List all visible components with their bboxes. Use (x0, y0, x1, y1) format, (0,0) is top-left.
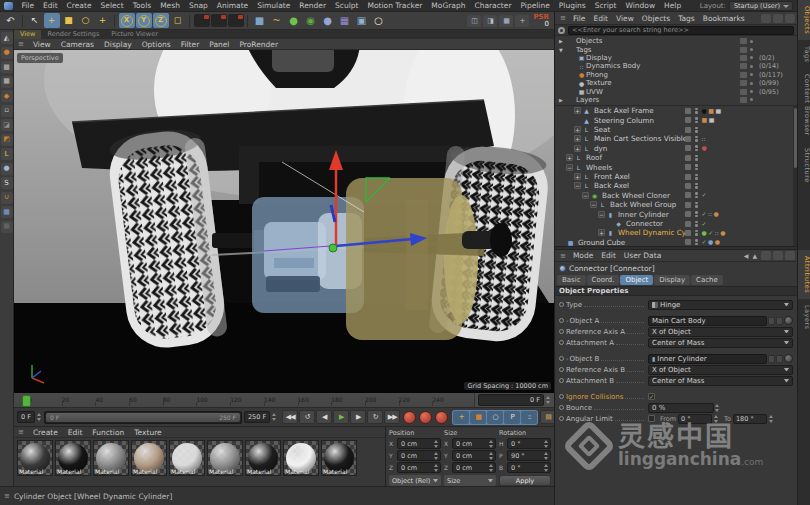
previous-frame-button[interactable]: ◀ (316, 410, 332, 424)
object-mode-icon[interactable]: ■ (1, 61, 13, 73)
tweak-mode-icon[interactable]: ● (1, 163, 13, 175)
menu-item[interactable]: Simulate (253, 0, 295, 12)
magnet-icon[interactable]: ∪ (1, 192, 13, 204)
end-frame-field[interactable]: 250 F (244, 411, 270, 423)
timeline-ruler[interactable]: 020406080100120140160180200220240 0 F (14, 393, 554, 408)
attribute-tab[interactable]: Coord. (587, 275, 620, 285)
layer-toggle-icon[interactable] (685, 221, 691, 227)
visibility-dots-icon[interactable] (695, 108, 698, 114)
object-tree-row[interactable]: − ◉ Back Wheel Cloner ✓ (555, 191, 797, 200)
value-stepper[interactable] (715, 403, 720, 413)
material-swatch[interactable]: Material (169, 440, 205, 476)
loop-button[interactable]: ↻ (367, 410, 383, 424)
object-name[interactable]: Wheel Dynamic Cylinder (616, 228, 685, 237)
object-tree-row[interactable]: + L Main Cart Sections Visible :: (555, 134, 797, 143)
object-name[interactable]: Inner Cylinder (616, 210, 671, 219)
visibility-toggle-icon[interactable] (740, 55, 747, 61)
search-input[interactable] (568, 26, 794, 35)
object-tag-icon[interactable]: ✓ (702, 239, 707, 245)
search-filter-icon[interactable] (761, 251, 771, 260)
spline-pen-icon[interactable]: ~ (269, 13, 285, 28)
object-name[interactable]: Connector (624, 219, 665, 228)
layer-toggle-icon[interactable] (685, 136, 691, 142)
material-swatch[interactable]: Material (245, 440, 281, 476)
material-menu-item[interactable]: Texture (129, 428, 166, 437)
light-icon[interactable]: ○ (371, 13, 387, 28)
visibility-toggle-icon[interactable] (740, 38, 747, 44)
attribute-dropdown[interactable]: X of Object (648, 327, 793, 337)
keyframe-ring-icon[interactable] (559, 340, 564, 345)
filter-row[interactable]: ▶ Objects (555, 37, 797, 45)
filter-row[interactable]: ● Texture (0/99) (555, 79, 797, 87)
volume-icon[interactable]: ● (320, 13, 336, 28)
key-dot-icon[interactable] (750, 48, 753, 51)
history-back-icon[interactable]: ◀ (744, 252, 749, 259)
viewport-menu-item[interactable]: Display (99, 40, 137, 49)
visibility-dots-icon[interactable] (695, 221, 698, 227)
make-editable-icon[interactable]: ◭ (1, 32, 13, 44)
layer-toggle-icon[interactable] (685, 155, 691, 161)
object-name[interactable]: Back Axel (592, 181, 631, 190)
object-tree-row[interactable]: ■ Ground Cube ✓●● (555, 238, 797, 246)
viewport-menu-item[interactable]: ProRender (234, 40, 283, 49)
model-mode-icon[interactable]: ● (1, 47, 13, 59)
viewport-solo-icon[interactable]: ◫ (467, 15, 481, 27)
deformers-icon[interactable]: ◉ (303, 13, 319, 28)
key-dot-icon[interactable] (750, 73, 753, 76)
keyframe-ring-icon[interactable] (559, 367, 564, 372)
object-tag-icon[interactable]: ● (708, 239, 713, 245)
render-picture-viewer-icon[interactable] (211, 14, 227, 27)
menu-item[interactable]: Motion Tracker (363, 0, 427, 12)
record-options-button[interactable] (435, 411, 448, 424)
visibility-toggle-icon[interactable] (740, 80, 747, 86)
menu-item[interactable]: Plugins (554, 0, 590, 12)
object-tag-icon[interactable]: :: (715, 230, 719, 236)
object-tree-row[interactable]: + L Roof (555, 153, 797, 162)
material-swatch[interactable]: Material (131, 440, 167, 476)
layer-toggle-icon[interactable] (685, 145, 691, 151)
object-manager-menu-item[interactable]: Objects (638, 14, 674, 23)
viewport-menu-item[interactable]: Cameras (56, 40, 99, 49)
primitive-cube-icon[interactable]: ■ (252, 13, 268, 28)
snap-settings-icon[interactable]: ▦ (499, 15, 513, 27)
key-parameter-toggle[interactable]: P (504, 411, 520, 424)
value-stepper[interactable] (434, 451, 439, 461)
lock-icon[interactable] (773, 251, 783, 260)
goto-end-button[interactable]: ▶▶ (384, 410, 400, 424)
visibility-dots-icon[interactable] (695, 230, 698, 236)
scale-tool-icon[interactable]: ■ (61, 13, 77, 28)
visibility-dots-icon[interactable] (695, 202, 698, 208)
object-name[interactable]: Back Wheel Group (608, 200, 678, 209)
workplane-grid-icon[interactable]: ▦ (1, 206, 13, 218)
move-tool-icon[interactable]: + (44, 13, 60, 28)
layer-toggle-icon[interactable] (685, 192, 691, 198)
camera-icon[interactable]: ▣ (354, 13, 370, 28)
keyframe-ring-icon[interactable] (559, 378, 564, 383)
attribute-menu-item[interactable]: Edit (597, 251, 620, 260)
object-name[interactable]: Wheels (584, 163, 614, 172)
expander-icon[interactable]: − (574, 182, 581, 189)
camera-label[interactable]: Perspective (17, 53, 63, 63)
value-stepper[interactable] (489, 439, 494, 449)
visibility-dots-icon[interactable] (695, 117, 698, 123)
link-options-icon[interactable] (768, 355, 775, 363)
path-tool-icon[interactable] (761, 14, 771, 23)
link-options-icon[interactable] (768, 317, 775, 325)
menu-item[interactable]: Select (96, 0, 128, 12)
object-manager-menu-item[interactable]: View (612, 14, 638, 23)
key-scale-toggle[interactable]: ■ (470, 411, 486, 424)
key-dot-icon[interactable] (750, 98, 753, 101)
keyframe-ring-icon[interactable] (559, 356, 564, 361)
value-stepper[interactable] (714, 414, 719, 424)
to-field[interactable]: 180 ° (733, 414, 767, 424)
menu-item[interactable]: Edit (39, 0, 63, 12)
value-stepper[interactable] (434, 463, 439, 473)
object-link-field[interactable]: Main Cart Body (648, 316, 767, 326)
object-name[interactable]: Front Axel (592, 172, 632, 181)
menu-item[interactable]: Character (470, 0, 516, 12)
workplane-mode-icon[interactable]: ◆ (1, 90, 13, 102)
value-stepper[interactable] (544, 463, 549, 473)
apply-button[interactable]: Apply (499, 475, 551, 486)
layer-toggle-icon[interactable] (685, 108, 691, 114)
last-tool-icon[interactable]: + (95, 13, 111, 28)
